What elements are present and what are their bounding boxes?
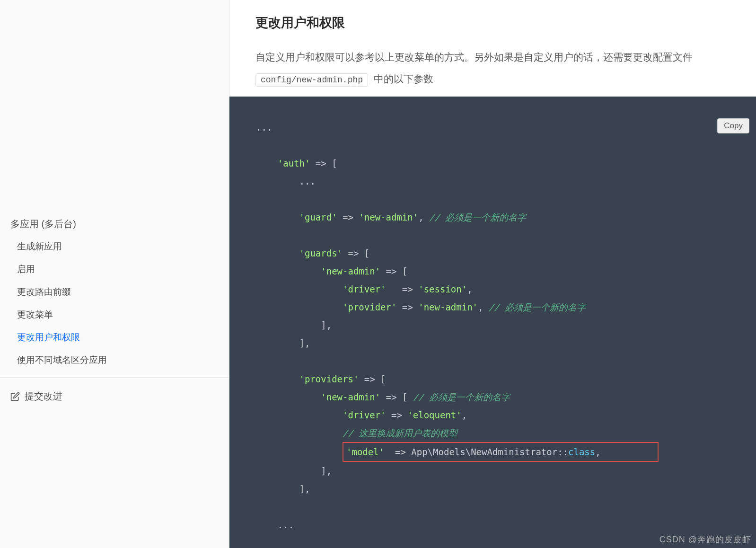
sidebar-item-generate-app[interactable]: 生成新应用 xyxy=(0,235,229,258)
sidebar-item-user-permissions[interactable]: 更改用户和权限 xyxy=(0,326,229,349)
page-title: 更改用户和权限 xyxy=(255,14,730,31)
edit-icon xyxy=(10,392,20,401)
desc-text-1: 自定义用户和权限可以参考以上更改菜单的方式。另外如果是自定义用户的话，还需要更改… xyxy=(255,52,693,62)
sidebar-group: 多应用 (多后台) 生成新应用 启用 更改路由前缀 更改菜单 更改用户和权限 使… xyxy=(0,213,229,378)
description-paragraph: 自定义用户和权限可以参考以上更改菜单的方式。另外如果是自定义用户的话，还需要更改… xyxy=(255,46,730,90)
highlighted-line: 'model' => App\Models\NewAdministrator::… xyxy=(343,442,659,462)
sidebar-item-enable[interactable]: 启用 xyxy=(0,258,229,281)
watermark: CSDN @奔跑的皮皮虾 xyxy=(659,534,751,545)
sidebar-item-domain[interactable]: 使用不同域名区分应用 xyxy=(0,349,229,371)
sidebar: 多应用 (多后台) 生成新应用 启用 更改路由前缀 更改菜单 更改用户和权限 使… xyxy=(0,0,229,548)
sidebar-section-title: 多应用 (多后台) xyxy=(0,213,229,235)
copy-button[interactable]: Copy xyxy=(717,118,749,133)
submit-improvement-link[interactable]: 提交改进 xyxy=(0,385,229,407)
desc-text-2: 中的以下参数 xyxy=(374,73,433,84)
sidebar-item-route-prefix[interactable]: 更改路由前缀 xyxy=(0,281,229,303)
code-block: Copy ... 'auth' => [ ... 'guard' => 'new… xyxy=(229,97,756,548)
main-content: 更改用户和权限 自定义用户和权限可以参考以上更改菜单的方式。另外如果是自定义用户… xyxy=(229,0,756,548)
code-content: ... 'auth' => [ ... 'guard' => 'new-admi… xyxy=(256,118,730,534)
sidebar-item-menu[interactable]: 更改菜单 xyxy=(0,303,229,326)
submit-improvement-label: 提交改进 xyxy=(25,390,62,403)
config-file-code: config/new-admin.php xyxy=(255,73,368,87)
